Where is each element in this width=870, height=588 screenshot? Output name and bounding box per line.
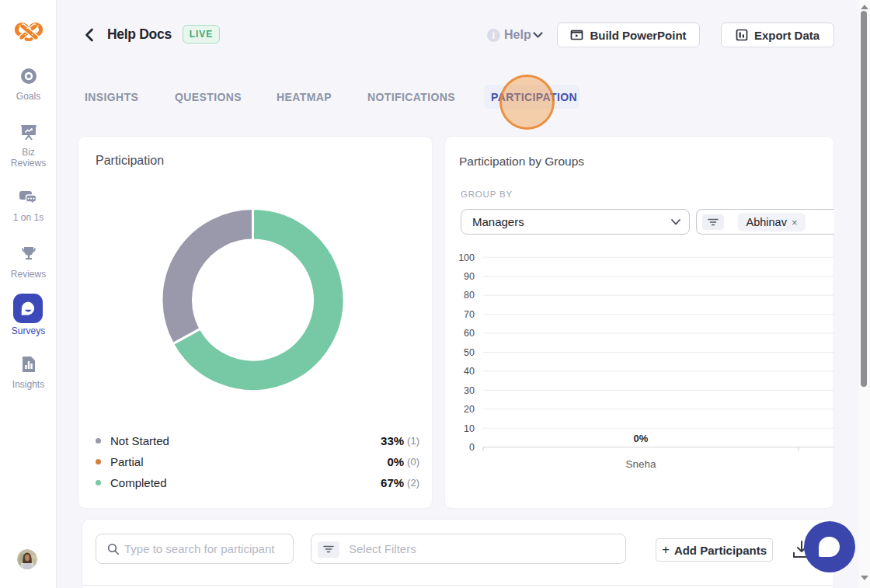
svg-text:80: 80 bbox=[464, 290, 475, 301]
svg-text:40: 40 bbox=[464, 366, 475, 377]
svg-text:Sneha: Sneha bbox=[625, 458, 656, 470]
svg-text:0: 0 bbox=[469, 442, 475, 453]
svg-text:50: 50 bbox=[464, 347, 475, 358]
svg-text:100: 100 bbox=[458, 252, 475, 263]
svg-text:20: 20 bbox=[464, 404, 475, 415]
svg-text:70: 70 bbox=[464, 309, 475, 320]
svg-text:30: 30 bbox=[464, 385, 475, 396]
svg-text:60: 60 bbox=[464, 328, 475, 339]
svg-text:0%: 0% bbox=[634, 433, 649, 444]
svg-text:10: 10 bbox=[464, 423, 475, 434]
svg-text:90: 90 bbox=[464, 271, 475, 282]
